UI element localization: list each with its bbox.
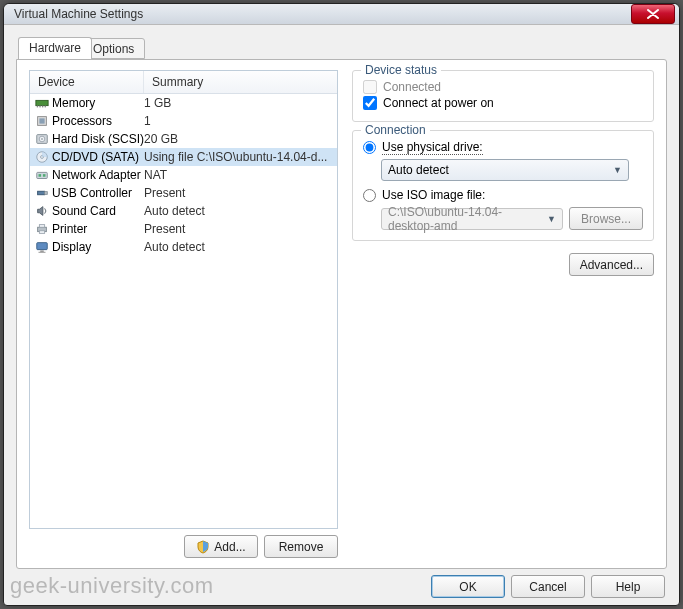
radio-use-iso-label: Use ISO image file:	[382, 188, 485, 202]
svg-rect-16	[45, 192, 48, 195]
row-summary: 1 GB	[144, 96, 333, 110]
row-summary: 1	[144, 114, 333, 128]
cd-icon	[35, 150, 49, 164]
iso-file-row: C:\ISO\ubuntu-14.04-desktop-amd ▼ Browse…	[381, 207, 643, 230]
radio-use-iso[interactable]: Use ISO image file:	[363, 187, 643, 203]
dropdown-iso-path: C:\ISO\ubuntu-14.04-desktop-amd ▼	[381, 208, 563, 230]
checkbox-connect-poweron-label: Connect at power on	[383, 96, 494, 110]
close-icon	[647, 9, 659, 19]
close-button[interactable]	[631, 4, 675, 24]
group-device-status: Device status Connected Connect at power…	[352, 70, 654, 122]
table-row[interactable]: USB ControllerPresent	[30, 184, 337, 202]
svg-rect-15	[38, 191, 45, 195]
cpu-icon	[35, 114, 49, 128]
row-summary: Auto detect	[144, 204, 333, 218]
device-buttons: Add... Remove	[29, 529, 338, 558]
col-summary[interactable]: Summary	[144, 71, 337, 93]
row-device: Processors	[50, 114, 144, 128]
svg-rect-6	[39, 118, 44, 123]
row-icon	[34, 114, 50, 128]
table-row[interactable]: CD/DVD (SATA)Using file C:\ISO\ubuntu-14…	[30, 148, 337, 166]
legend-device-status: Device status	[361, 63, 441, 77]
row-device: Hard Disk (SCSI)	[50, 132, 144, 146]
table-row[interactable]: Sound CardAuto detect	[30, 202, 337, 220]
hdd-icon	[35, 132, 49, 146]
display-icon	[35, 240, 49, 254]
svg-point-9	[41, 138, 43, 140]
row-device: Sound Card	[50, 204, 144, 218]
group-connection: Connection Use physical drive: Auto dete…	[352, 130, 654, 241]
advanced-button[interactable]: Advanced...	[569, 253, 654, 276]
ok-button[interactable]: OK	[431, 575, 505, 598]
row-device: Display	[50, 240, 144, 254]
legend-connection: Connection	[361, 123, 430, 137]
dropdown-physical-drive[interactable]: Auto detect ▼	[381, 159, 629, 181]
svg-rect-18	[39, 225, 44, 228]
table-row[interactable]: Processors1	[30, 112, 337, 130]
svg-rect-22	[39, 252, 46, 253]
radio-use-physical-label: Use physical drive:	[382, 140, 483, 154]
table-row[interactable]: Memory1 GB	[30, 94, 337, 112]
table-row[interactable]: Hard Disk (SCSI)20 GB	[30, 130, 337, 148]
svg-rect-12	[37, 172, 48, 178]
window-title: Virtual Machine Settings	[14, 7, 631, 21]
svg-rect-3	[42, 106, 43, 108]
row-summary: 20 GB	[144, 132, 333, 146]
row-summary: Using file C:\ISO\ubuntu-14.04-d...	[144, 150, 333, 164]
advanced-row: Advanced...	[352, 249, 654, 276]
dialog-window: Virtual Machine Settings Hardware Option…	[3, 3, 680, 606]
device-panel: Device Summary Memory1 GBProcessors1Hard…	[29, 70, 338, 558]
svg-rect-1	[37, 106, 38, 108]
row-icon	[34, 150, 50, 164]
titlebar: Virtual Machine Settings	[4, 4, 679, 25]
table-row[interactable]: DisplayAuto detect	[30, 238, 337, 256]
col-device[interactable]: Device	[30, 71, 144, 93]
checkbox-connect-poweron-input[interactable]	[363, 96, 377, 110]
chevron-down-icon: ▼	[613, 165, 622, 175]
radio-use-physical-input[interactable]	[363, 141, 376, 154]
net-icon	[35, 168, 49, 182]
table-row[interactable]: PrinterPresent	[30, 220, 337, 238]
checkbox-connected[interactable]: Connected	[363, 79, 643, 95]
row-device: USB Controller	[50, 186, 144, 200]
browse-button: Browse...	[569, 207, 643, 230]
row-icon	[34, 168, 50, 182]
svg-rect-20	[37, 243, 48, 250]
row-device: CD/DVD (SATA)	[50, 150, 144, 164]
radio-use-iso-input[interactable]	[363, 189, 376, 202]
sound-icon	[35, 204, 49, 218]
checkbox-connected-label: Connected	[383, 80, 441, 94]
device-table: Device Summary Memory1 GBProcessors1Hard…	[29, 70, 338, 529]
chevron-down-icon: ▼	[547, 214, 556, 224]
row-summary: Present	[144, 186, 333, 200]
row-device: Network Adapter	[50, 168, 144, 182]
row-device: Printer	[50, 222, 144, 236]
svg-rect-19	[39, 231, 44, 234]
settings-panel: Device status Connected Connect at power…	[352, 70, 654, 558]
svg-rect-13	[39, 174, 42, 177]
svg-rect-2	[39, 106, 40, 108]
help-button[interactable]: Help	[591, 575, 665, 598]
iso-path-value: C:\ISO\ubuntu-14.04-desktop-amd	[388, 205, 547, 233]
radio-use-physical[interactable]: Use physical drive:	[363, 139, 643, 155]
checkbox-connected-input	[363, 80, 377, 94]
dialog-body: Hardware Options Device Summary Memory1 …	[4, 25, 679, 606]
tab-hardware[interactable]: Hardware	[18, 37, 92, 59]
dropdown-physical-value: Auto detect	[388, 163, 449, 177]
cancel-button[interactable]: Cancel	[511, 575, 585, 598]
memory-icon	[35, 96, 49, 110]
add-button[interactable]: Add...	[184, 535, 258, 558]
row-summary: NAT	[144, 168, 333, 182]
watermark: geek-university.com	[10, 573, 214, 599]
row-icon	[34, 204, 50, 218]
remove-button[interactable]: Remove	[264, 535, 338, 558]
svg-rect-14	[43, 174, 46, 177]
checkbox-connect-poweron[interactable]: Connect at power on	[363, 95, 643, 111]
row-summary: Present	[144, 222, 333, 236]
tab-pane-hardware: Device Summary Memory1 GBProcessors1Hard…	[16, 59, 667, 569]
printer-icon	[35, 222, 49, 236]
table-row[interactable]: Network AdapterNAT	[30, 166, 337, 184]
row-summary: Auto detect	[144, 240, 333, 254]
tab-strip: Hardware Options	[16, 35, 667, 59]
row-icon	[34, 222, 50, 236]
